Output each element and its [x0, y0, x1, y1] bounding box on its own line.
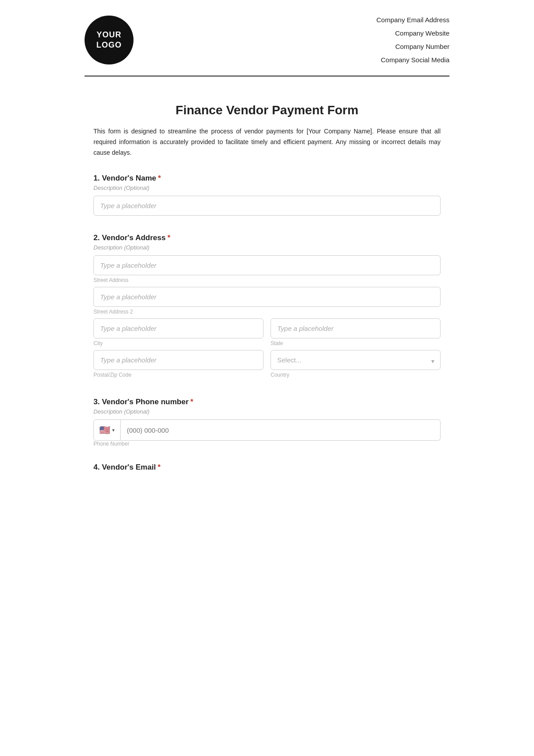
section-3-desc: Description (Optional)	[93, 408, 441, 415]
required-star-2: *	[167, 233, 170, 242]
company-info-block: Company Email Address Company Website Co…	[376, 13, 449, 67]
logo-line2: LOGO	[97, 40, 122, 50]
section-vendors-phone: 3. Vendor's Phone number* Description (O…	[93, 398, 441, 447]
state-label: State	[271, 340, 441, 346]
required-star-4: *	[158, 463, 161, 471]
city-input[interactable]	[93, 318, 263, 338]
street-address2-label: Street Address 2	[93, 309, 441, 315]
company-logo: YOUR LOGO	[85, 16, 134, 64]
section-2-desc: Description (Optional)	[93, 244, 441, 251]
section-vendors-name: 1. Vendor's Name* Description (Optional)	[93, 174, 441, 217]
state-input[interactable]	[271, 318, 441, 338]
company-number: Company Number	[376, 40, 449, 53]
section-2-title: 2. Vendor's Address*	[93, 233, 441, 242]
form-description: This form is designed to streamline the …	[93, 126, 441, 158]
country-select-wrapper: Select... United States United Kingdom C…	[271, 350, 441, 372]
street-address-input[interactable]	[93, 255, 441, 275]
section-1-desc: Description (Optional)	[93, 185, 441, 191]
form-title: Finance Vendor Payment Form	[93, 103, 441, 117]
state-col: State	[271, 318, 441, 350]
phone-number-input[interactable]	[121, 419, 441, 441]
postal-country-row: Postal/Zip Code Select... United States …	[93, 350, 441, 382]
postal-label: Postal/Zip Code	[93, 372, 263, 378]
company-social: Company Social Media	[376, 53, 449, 67]
phone-number-label: Phone Number	[93, 441, 441, 447]
company-website: Company Website	[376, 27, 449, 40]
phone-row: 🇺🇸 ▾	[93, 419, 441, 441]
country-col: Select... United States United Kingdom C…	[271, 350, 441, 382]
flag-emoji: 🇺🇸	[99, 425, 110, 435]
logo-line1: YOUR	[97, 30, 121, 40]
country-select[interactable]: Select... United States United Kingdom C…	[271, 350, 441, 370]
postal-col: Postal/Zip Code	[93, 350, 263, 382]
section-vendors-address: 2. Vendor's Address* Description (Option…	[93, 233, 441, 382]
section-1-title: 1. Vendor's Name*	[93, 174, 441, 183]
page-header: YOUR LOGO Company Email Address Company …	[67, 0, 467, 76]
city-state-row: City State	[93, 318, 441, 350]
required-star: *	[158, 174, 161, 182]
city-label: City	[93, 340, 263, 346]
country-flag-button[interactable]: 🇺🇸 ▾	[93, 419, 121, 441]
vendors-name-input[interactable]	[93, 196, 441, 216]
form-body: Finance Vendor Payment Form This form is…	[67, 76, 467, 515]
company-email: Company Email Address	[376, 13, 449, 27]
section-4-title: 4. Vendor's Email*	[93, 463, 441, 472]
city-col: City	[93, 318, 263, 350]
postal-input[interactable]	[93, 350, 263, 370]
street-address-label: Street Address	[93, 277, 441, 283]
chevron-down-icon: ▾	[112, 427, 115, 433]
street-address2-input[interactable]	[93, 287, 441, 307]
country-label: Country	[271, 372, 441, 378]
required-star-3: *	[190, 398, 194, 406]
section-vendors-email: 4. Vendor's Email*	[93, 463, 441, 472]
section-3-title: 3. Vendor's Phone number*	[93, 398, 441, 406]
